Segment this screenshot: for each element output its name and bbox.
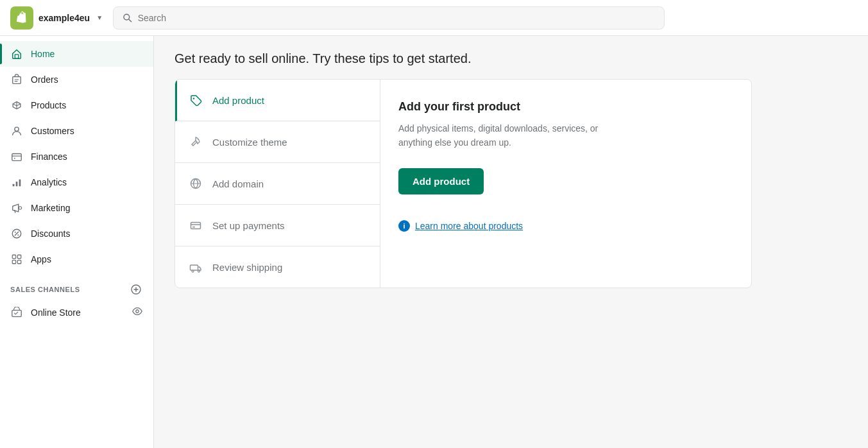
svg-rect-7 [13, 184, 15, 187]
svg-rect-8 [16, 182, 18, 186]
online-store-eye-button[interactable] [132, 306, 143, 320]
sidebar-item-finances[interactable]: Finances [0, 144, 153, 169]
sidebar-item-analytics-label: Analytics [31, 177, 67, 187]
truck-icon [188, 259, 203, 275]
analytics-icon [10, 176, 23, 189]
svg-point-21 [193, 98, 194, 99]
store-logo-area[interactable]: example4eu ▼ [10, 6, 103, 30]
sidebar-item-orders[interactable]: Orders [0, 67, 153, 92]
customers-icon [10, 125, 23, 137]
svg-point-28 [198, 270, 200, 272]
sidebar-item-orders-label: Orders [31, 74, 58, 85]
finances-icon [10, 150, 23, 163]
sidebar-item-home-label: Home [31, 49, 55, 59]
task-item-add-product-label: Add product [212, 95, 264, 106]
svg-rect-15 [17, 255, 21, 258]
svg-rect-2 [15, 55, 18, 58]
topbar: example4eu ▼ [0, 0, 868, 36]
svg-point-1 [124, 14, 130, 20]
svg-point-12 [15, 232, 16, 233]
apps-icon [10, 253, 23, 266]
tag-icon [188, 92, 203, 108]
learn-more-link[interactable]: Learn more about products [415, 221, 523, 231]
svg-rect-5 [12, 154, 21, 161]
main-content: Get ready to sell online. Try these tips… [154, 36, 868, 448]
task-item-set-up-payments-label: Set up payments [212, 220, 285, 231]
online-store-icon [10, 306, 23, 319]
sidebar-item-analytics[interactable]: Analytics [0, 169, 153, 195]
add-sales-channel-button[interactable] [129, 282, 143, 297]
task-detail-description: Add physical items, digital downloads, s… [398, 121, 617, 150]
sidebar-item-marketing-label: Marketing [31, 203, 70, 213]
task-item-add-domain[interactable]: Add domain [175, 163, 380, 205]
main-layout: Home Orders Products [0, 36, 868, 448]
svg-point-10 [19, 207, 22, 210]
sales-channels-label: SALES CHANNELS [10, 286, 80, 293]
sidebar-item-discounts[interactable]: Discounts [0, 221, 153, 246]
products-icon [10, 99, 23, 112]
sidebar-item-apps[interactable]: Apps [0, 246, 153, 272]
store-name-label: example4eu [38, 13, 90, 23]
search-icon [123, 13, 133, 23]
rocket-icon [188, 134, 203, 150]
task-item-review-shipping-label: Review shipping [212, 262, 282, 273]
marketing-icon [10, 202, 23, 214]
learn-more-row: i Learn more about products [398, 220, 733, 232]
sidebar-item-home[interactable]: Home [0, 41, 153, 67]
sidebar-item-products[interactable]: Products [0, 92, 153, 118]
svg-point-13 [17, 234, 19, 236]
svg-rect-26 [191, 265, 198, 270]
tips-heading: Get ready to sell online. Try these tips… [174, 51, 847, 66]
task-item-add-product[interactable]: Add product [175, 80, 380, 121]
sidebar-item-online-store[interactable]: Online Store [0, 299, 153, 326]
svg-rect-14 [12, 255, 15, 258]
info-circle-icon: i [398, 220, 410, 232]
svg-point-20 [136, 310, 139, 313]
sidebar-item-marketing[interactable]: Marketing [0, 195, 153, 221]
svg-point-6 [14, 158, 15, 159]
sidebar-item-apps-label: Apps [31, 254, 51, 264]
sidebar-item-customers-label: Customers [31, 126, 74, 136]
task-detail-panel: Add your first product Add physical item… [380, 80, 751, 288]
svg-rect-25 [192, 227, 195, 228]
sidebar: Home Orders Products [0, 36, 154, 448]
sidebar-item-discounts-label: Discounts [31, 228, 70, 239]
task-item-review-shipping[interactable]: Review shipping [175, 246, 380, 288]
payment-icon [188, 218, 203, 233]
sidebar-item-finances-label: Finances [31, 151, 67, 162]
getting-started-panel: Add product Customize theme [174, 79, 752, 288]
search-bar[interactable] [113, 6, 665, 30]
add-product-button[interactable]: Add product [398, 168, 484, 194]
svg-point-27 [192, 270, 194, 272]
svg-rect-16 [12, 260, 15, 263]
sidebar-item-products-label: Products [31, 100, 66, 110]
online-store-label: Online Store [31, 307, 81, 318]
store-dropdown-arrow-icon: ▼ [96, 14, 103, 21]
task-item-customize-theme[interactable]: Customize theme [175, 121, 380, 163]
task-list: Add product Customize theme [175, 80, 380, 288]
task-item-customize-theme-label: Customize theme [212, 137, 287, 148]
online-store-left: Online Store [10, 306, 81, 319]
home-icon [10, 47, 23, 60]
svg-rect-3 [13, 77, 21, 84]
task-item-add-domain-label: Add domain [212, 178, 264, 189]
shopify-logo-icon [10, 6, 33, 30]
svg-point-4 [15, 127, 19, 131]
svg-point-22 [198, 139, 199, 140]
task-detail-title: Add your first product [398, 100, 733, 114]
svg-rect-9 [19, 180, 21, 187]
orders-icon [10, 73, 23, 86]
svg-rect-17 [17, 260, 21, 263]
search-input[interactable] [138, 13, 655, 23]
task-item-set-up-payments[interactable]: Set up payments [175, 205, 380, 246]
sales-channels-section-header: SALES CHANNELS [0, 272, 153, 299]
globe-icon [188, 176, 203, 191]
svg-rect-24 [191, 223, 201, 229]
sidebar-item-customers[interactable]: Customers [0, 118, 153, 144]
discounts-icon [10, 227, 23, 240]
